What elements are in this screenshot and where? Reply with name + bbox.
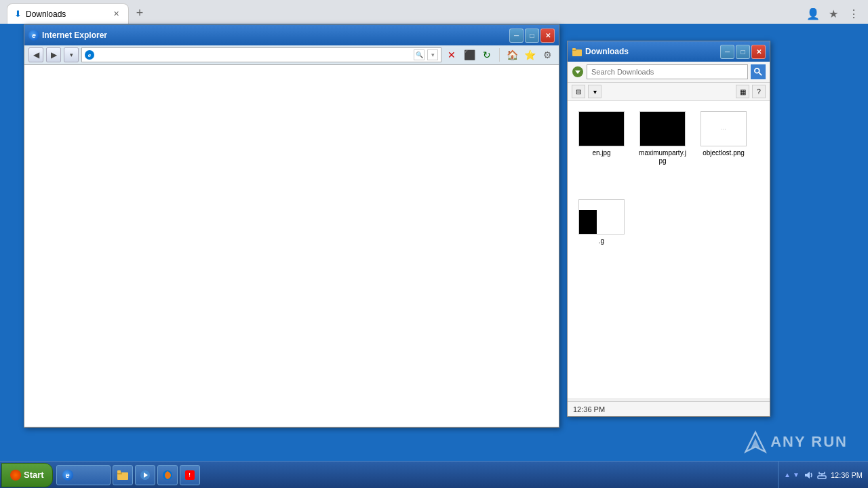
ie-home-button[interactable]: 🏠 [505,47,519,62]
explorer-maximize-button[interactable]: □ [736,45,750,59]
explorer-title-text: Downloads [585,47,717,56]
explorer-minimize-button[interactable]: ─ [720,45,734,59]
thumbnail-image: ··· [701,112,746,146]
network-down-icon: ▼ [793,471,800,479]
file-name: .g [599,237,604,245]
ie-reload-button[interactable]: ↻ [479,47,494,62]
list-item[interactable]: en.jpg [574,108,629,169]
statusbar-time: 12:36 PM [573,405,605,413]
ie-page [24,65,559,426]
downloads-tab[interactable]: ⬇ Downloads ✕ [7,3,129,24]
explorer-nav-dropdown[interactable] [572,66,584,78]
list-item[interactable]: ··· objectlost.png [696,108,751,169]
view-dropdown-button[interactable]: ▾ [588,85,601,98]
svg-rect-2 [572,48,576,50]
taskbar-item-ie[interactable] [56,465,111,485]
explorer-sub-toolbar: ⊟ ▾ ▦ ? [568,83,770,101]
taskbar-item-folder[interactable] [113,465,133,485]
explorer-content: en.jpg maximumparty.jpg ··· objectlost.p… [568,101,770,398]
explorer-window-controls: ─ □ ✕ [720,45,766,59]
file-name: objectlost.png [703,149,745,157]
anyrun-logo-icon [743,430,768,454]
file-name: maximumparty.jpg [639,149,686,165]
list-item[interactable]: maximumparty.jpg [635,108,690,169]
view-button-2[interactable]: ▦ [736,85,749,98]
ie-favorites-button[interactable]: ⭐ [522,47,537,62]
security-icon: ! [185,470,195,480]
file-thumbnail [578,111,625,146]
ie-taskbar-icon [62,470,73,481]
settings-button[interactable]: ⋮ [846,6,861,21]
ie-close-button[interactable]: ✕ [540,28,555,43]
second-row: .g [574,196,763,249]
start-button[interactable]: Start [1,463,53,487]
explorer-window: Downloads ─ □ ✕ [567,41,770,417]
svg-point-5 [755,68,760,73]
file-thumbnail: ··· [701,111,747,146]
ie-maximize-button[interactable]: □ [525,28,539,43]
chrome-tab-bar: ⬇ Downloads ✕ + 👤 ★ ⋮ [0,0,868,24]
media-icon [140,470,151,481]
new-tab-button[interactable]: + [130,3,149,22]
taskbar-item-security[interactable]: ! [180,465,200,485]
ie-stop-button2[interactable]: ⬛ [462,47,477,62]
ie-minimize-button[interactable]: ─ [509,28,524,43]
volume-icon[interactable] [804,470,813,480]
folder-icon [117,470,128,480]
ie-address-dropdown-button[interactable]: ▾ [427,49,438,60]
ie-stop-button[interactable]: ✕ [444,47,459,62]
ie-title-icon: e [28,30,39,41]
system-tray: ▲ ▼ 12:36 PM [778,462,868,488]
explorer-title-icon [572,46,583,57]
explorer-titlebar[interactable]: Downloads ─ □ ✕ [568,41,770,62]
ie-back-button[interactable]: ◀ [28,47,43,62]
taskbar-item-firefox[interactable] [157,465,178,485]
taskbar: Start [0,461,868,488]
ie-address-input[interactable] [97,51,411,59]
explorer-search-bar [568,62,770,83]
ie-tools-button[interactable]: ⚙ [540,47,555,62]
thumbnail-image [579,112,624,146]
toolbar-divider [499,48,500,62]
tab-close-button[interactable]: ✕ [111,9,121,20]
ie-address-bar: e 🔍 ▾ [81,47,441,62]
ie-dropdown-button[interactable]: ▾ [64,47,79,62]
profile-button[interactable]: 👤 [806,6,821,21]
chrome-actions: 👤 ★ ⋮ [806,6,868,21]
ie-address-icon: e [85,50,94,60]
view-button-1[interactable]: ⊟ [572,85,585,98]
ie-window-controls: ─ □ ✕ [509,28,555,43]
ie-title-text: Internet Explorer [42,30,507,40]
star-button[interactable]: ★ [826,6,841,21]
tray-network-icons: ▲ ▼ [784,471,800,479]
ie-toolbar: ◀ ▶ ▾ e 🔍 ▾ ✕ ⬛ ↻ 🏠 ⭐ ⚙ [24,45,559,65]
search-button[interactable] [751,64,766,79]
file-thumbnail [639,111,686,146]
list-item[interactable]: .g [574,196,629,249]
taskbar-item-media[interactable] [135,465,155,485]
explorer-statusbar: 12:36 PM [568,401,770,416]
thumbnail-part [579,210,597,234]
tab-label: Downloads [26,9,66,19]
ie-address-search-button[interactable]: 🔍 [414,49,425,60]
file-name: en.jpg [592,149,610,157]
anyrun-watermark: ANY RUN [743,430,848,454]
svg-line-6 [759,73,762,75]
taskbar-items: ! [56,465,778,485]
help-button[interactable]: ? [752,85,766,98]
ie-titlebar[interactable]: e Internet Explorer ─ □ ✕ [24,25,559,45]
clock-time: 12:36 PM [831,471,863,479]
windows-orb-icon [10,470,21,481]
ie-forward-button[interactable]: ▶ [46,47,61,62]
svg-rect-16 [818,476,826,479]
thumbnail-image [640,112,685,146]
ie-window: e Internet Explorer ─ □ ✕ ◀ ▶ ▾ e 🔍 ▾ ✕ … [24,24,559,428]
download-icon: ⬇ [14,9,22,19]
network-icon[interactable] [817,470,827,480]
ie-content [24,65,559,426]
search-input[interactable] [587,64,748,79]
file-thumbnail [578,199,625,235]
explorer-close-button[interactable]: ✕ [751,45,766,59]
network-up-icon: ▲ [784,471,791,479]
system-clock: 12:36 PM [831,471,863,479]
